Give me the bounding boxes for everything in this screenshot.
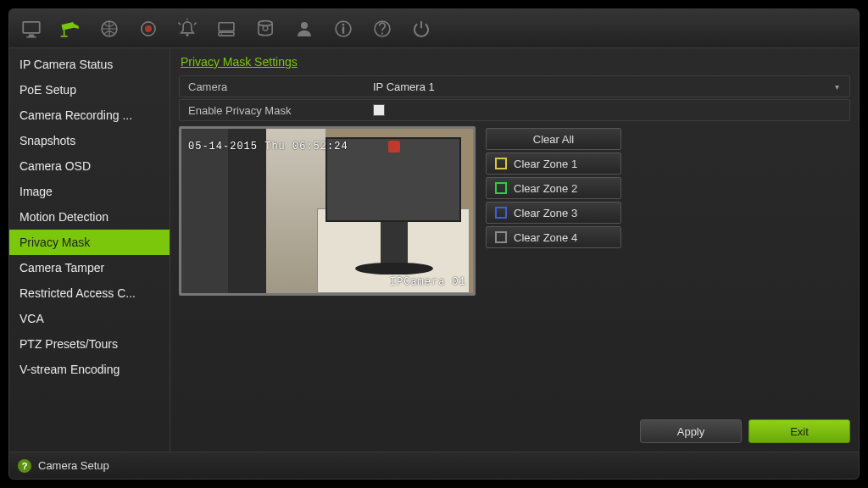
network-icon[interactable] (94, 14, 125, 44)
clear-zone-4-button[interactable]: Clear Zone 4 (486, 226, 621, 248)
clear-zone-3-button[interactable]: Clear Zone 3 (486, 202, 621, 224)
main-panel: Privacy Mask Settings Camera IP Camera 1… (170, 48, 859, 452)
camera-label: Camera (180, 80, 366, 93)
exit-button[interactable]: Exit (748, 419, 850, 443)
svg-point-19 (381, 32, 383, 34)
recording-indicator-icon (388, 141, 400, 152)
sidebar-item-ptz-presets-tours[interactable]: PTZ Presets/Tours (9, 331, 170, 357)
sidebar-item-camera-tamper[interactable]: Camera Tamper (9, 255, 170, 280)
enable-row: Enable Privacy Mask (179, 99, 850, 121)
svg-point-12 (259, 20, 272, 25)
storage-icon[interactable] (250, 14, 281, 44)
svg-rect-9 (219, 22, 234, 30)
apply-button[interactable]: Apply (640, 419, 742, 443)
chevron-down-icon: ▾ (835, 82, 839, 92)
svg-point-7 (145, 25, 152, 31)
panel-title: Privacy Mask Settings (181, 55, 850, 69)
camera-dropdown-value: IP Camera 1 (373, 80, 435, 93)
sidebar-item-restricted-access[interactable]: Restricted Access C... (9, 280, 170, 306)
sidebar-item-vstream-encoding[interactable]: V-stream Encoding (9, 357, 170, 382)
zone-2-swatch (495, 182, 507, 194)
svg-point-11 (221, 33, 223, 35)
svg-point-8 (186, 33, 188, 36)
alarm-icon[interactable] (172, 14, 203, 44)
sidebar-item-poe-setup[interactable]: PoE Setup (9, 77, 170, 103)
zone-1-swatch (495, 158, 507, 169)
record-icon[interactable] (133, 14, 164, 44)
camera-icon[interactable] (55, 14, 86, 44)
breadcrumb: Camera Setup (38, 459, 109, 472)
zone-4-swatch (495, 231, 507, 243)
camera-row: Camera IP Camera 1 ▾ (179, 75, 850, 97)
svg-rect-0 (23, 21, 40, 32)
svg-rect-3 (64, 30, 65, 36)
sidebar-item-motion-detection[interactable]: Motion Detection (9, 204, 170, 230)
enable-privacy-mask-checkbox[interactable] (373, 104, 385, 116)
bottom-bar: ? Camera Setup (9, 452, 859, 479)
live-view-icon[interactable] (16, 14, 47, 44)
preview-timestamp: 05-14-2015 Thu 06:52:24 (188, 141, 348, 152)
svg-point-14 (301, 21, 308, 28)
sidebar-nav: IP Camera Status PoE Setup Camera Record… (9, 48, 170, 452)
clear-all-button[interactable]: Clear All (486, 128, 621, 150)
clear-zone-2-button[interactable]: Clear Zone 2 (486, 177, 621, 199)
power-icon[interactable] (406, 14, 437, 44)
user-icon[interactable] (289, 14, 320, 44)
info-icon[interactable] (328, 14, 359, 44)
svg-rect-17 (342, 26, 344, 33)
clear-zone-1-button[interactable]: Clear Zone 1 (486, 152, 621, 175)
svg-point-16 (342, 23, 345, 25)
sidebar-item-vca[interactable]: VCA (9, 306, 170, 331)
sidebar-item-camera-osd[interactable]: Camera OSD (9, 153, 170, 179)
top-toolbar (9, 9, 859, 48)
help-badge-icon[interactable]: ? (18, 459, 31, 473)
sidebar-item-snapshots[interactable]: Snapshots (9, 128, 170, 153)
svg-rect-1 (29, 34, 35, 36)
sidebar-item-ip-camera-status[interactable]: IP Camera Status (9, 52, 170, 77)
zone-button-column: Clear All Clear Zone 1 Clear Zone 2 Clea… (486, 126, 621, 296)
footer-buttons: Apply Exit (179, 411, 850, 443)
sidebar-item-privacy-mask[interactable]: Privacy Mask (9, 230, 170, 255)
svg-rect-4 (61, 36, 68, 37)
preview-camera-tag: IPCamera 01 (390, 276, 466, 288)
svg-rect-2 (26, 36, 36, 37)
camera-dropdown[interactable]: IP Camera 1 ▾ (366, 76, 849, 97)
svg-point-13 (263, 25, 268, 30)
help-icon[interactable] (367, 14, 398, 44)
sidebar-item-camera-recording[interactable]: Camera Recording ... (9, 103, 170, 128)
sidebar-item-image[interactable]: Image (9, 179, 170, 204)
enable-label: Enable Privacy Mask (180, 104, 366, 117)
device-icon[interactable] (211, 14, 242, 44)
camera-preview-canvas[interactable]: 05-14-2015 Thu 06:52:24 IPCamera 01 (179, 126, 476, 296)
zone-3-swatch (495, 207, 507, 219)
